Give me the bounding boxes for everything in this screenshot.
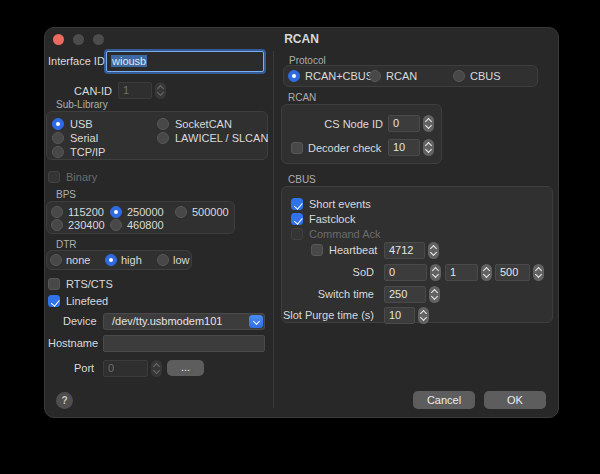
fastclock-checkbox[interactable] <box>291 213 303 225</box>
slot-purge-input[interactable]: 10 <box>384 307 415 324</box>
radio-usb[interactable] <box>52 118 64 130</box>
radio-tcpip-label: TCP/IP <box>70 145 105 159</box>
bps-section-label: BPS <box>56 189 76 201</box>
fastclock-label: Fastclock <box>309 212 355 226</box>
radio-460800-label: 460800 <box>127 218 164 232</box>
short-events-checkbox[interactable] <box>291 198 303 210</box>
interface-id-label: Interface ID <box>48 54 105 68</box>
hostname-label: Hostname <box>48 336 98 350</box>
ok-button[interactable]: OK <box>484 391 546 409</box>
radio-500000[interactable] <box>175 206 187 218</box>
heartbeat-checkbox[interactable] <box>311 244 323 256</box>
radio-tcpip[interactable] <box>52 146 64 158</box>
sub-library-section-label: Sub-Library <box>56 99 108 111</box>
radio-serial-label: Serial <box>70 131 98 145</box>
device-popup-value: /dev/tty.usbmodem101 <box>112 315 222 327</box>
decoder-check-checkbox[interactable] <box>291 142 303 154</box>
cs-node-id-stepper[interactable] <box>423 115 434 132</box>
radio-lawicel[interactable] <box>157 132 169 144</box>
minimize-button <box>73 34 84 45</box>
linefeed-checkbox[interactable] <box>48 295 60 307</box>
device-label: Device <box>63 314 97 328</box>
interface-id-input[interactable]: wiousb <box>106 51 264 72</box>
dialog-window: RCAN Interface ID wiousb CAN-ID 1 Sub-Li… <box>44 27 559 418</box>
hostname-input[interactable] <box>103 335 265 352</box>
radio-dtr-high-label: high <box>121 253 142 267</box>
radio-115200[interactable] <box>51 206 63 218</box>
cs-node-id-input[interactable]: 0 <box>388 115 420 132</box>
radio-rcan-cbus[interactable] <box>288 70 300 82</box>
title-bar[interactable]: RCAN <box>45 28 558 50</box>
column-divider <box>273 51 274 408</box>
binary-label: Binary <box>66 170 97 184</box>
switch-time-input[interactable]: 250 <box>384 286 426 303</box>
heartbeat-label: Heartbeat <box>329 243 377 257</box>
radio-dtr-high[interactable] <box>105 254 117 266</box>
radio-lawicel-label: LAWICEL / SLCAN <box>175 131 268 145</box>
radio-460800[interactable] <box>110 219 122 231</box>
radio-230400[interactable] <box>51 219 63 231</box>
radio-230400-label: 230400 <box>68 218 105 232</box>
command-ack-label: Command Ack <box>309 227 381 241</box>
radio-usb-label: USB <box>70 117 93 131</box>
radio-rcan-label: RCAN <box>386 69 417 83</box>
rcan-section-label: RCAN <box>288 92 316 104</box>
radio-115200-label: 115200 <box>68 205 104 219</box>
radio-dtr-low-label: low <box>173 253 190 267</box>
decoder-check-input[interactable]: 10 <box>388 139 420 156</box>
switch-time-label: Switch time <box>274 287 374 301</box>
radio-dtr-none[interactable] <box>50 254 62 266</box>
interface-id-value: wiousb <box>111 55 147 67</box>
slot-purge-stepper[interactable] <box>418 307 429 324</box>
command-ack-checkbox <box>291 228 303 240</box>
port-label: Port <box>74 361 94 375</box>
radio-250000-label: 250000 <box>127 205 164 219</box>
cancel-button[interactable]: Cancel <box>413 391 475 409</box>
rts-cts-label: RTS/CTS <box>66 277 113 291</box>
radio-dtr-none-label: none <box>66 253 90 267</box>
port-stepper <box>151 360 162 377</box>
can-id-label: CAN-ID <box>59 84 112 98</box>
sod-label: SoD <box>274 265 374 279</box>
heartbeat-input[interactable]: 4712 <box>384 242 425 259</box>
sod-input-3[interactable]: 500 <box>495 264 530 281</box>
short-events-label: Short events <box>309 197 371 211</box>
sod-stepper-2[interactable] <box>481 264 492 281</box>
zoom-button <box>93 34 104 45</box>
radio-rcan-cbus-label: RCAN+CBUS <box>305 69 373 83</box>
heartbeat-stepper[interactable] <box>428 242 439 259</box>
radio-socketcan[interactable] <box>157 118 169 130</box>
sod-stepper-3[interactable] <box>533 264 544 281</box>
decoder-check-label: Decoder check <box>308 141 381 155</box>
cs-node-id-label: CS Node ID <box>283 117 383 131</box>
can-id-input: 1 <box>118 82 152 99</box>
radio-serial[interactable] <box>52 132 64 144</box>
browse-button[interactable]: ... <box>167 360 204 376</box>
switch-time-stepper[interactable] <box>429 286 440 303</box>
sod-stepper-1[interactable] <box>430 264 441 281</box>
can-id-stepper <box>155 82 166 99</box>
binary-checkbox <box>48 171 60 183</box>
radio-socketcan-label: SocketCAN <box>175 117 232 131</box>
radio-rcan[interactable] <box>369 70 381 82</box>
close-button[interactable] <box>53 34 64 45</box>
radio-500000-label: 500000 <box>192 205 229 219</box>
radio-250000[interactable] <box>110 206 122 218</box>
port-input: 0 <box>103 360 148 377</box>
radio-cbus[interactable] <box>453 70 465 82</box>
slot-purge-label: Slot Purge time (s) <box>240 308 374 322</box>
help-button[interactable]: ? <box>56 392 73 409</box>
sod-input-1[interactable]: 0 <box>384 264 427 281</box>
sod-input-2[interactable]: 1 <box>445 264 478 281</box>
cbus-section-label: CBUS <box>288 174 316 186</box>
linefeed-label: Linefeed <box>66 294 108 308</box>
rts-cts-checkbox[interactable] <box>48 278 60 290</box>
decoder-check-stepper[interactable] <box>423 139 434 156</box>
radio-cbus-label: CBUS <box>470 69 501 83</box>
window-title: RCAN <box>45 28 558 50</box>
radio-dtr-low[interactable] <box>157 254 169 266</box>
